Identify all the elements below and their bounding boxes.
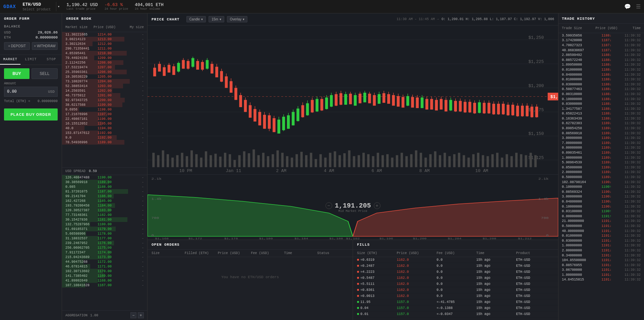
order-book-bid-row[interactable]: 61.69185371 1179.00 -: [62, 227, 147, 231]
order-book-ask-row[interactable]: 25.35903361 1206.00 -: [62, 70, 147, 74]
order-book-bid-row[interactable]: 193.79200458 1184.00 -: [62, 203, 147, 208]
order-book-ask-row[interactable]: 11.30221665 1214.00 -: [62, 32, 147, 37]
order-book-bid-row[interactable]: 31.18832537 1177.00 -: [62, 236, 147, 241]
order-book-bid-row[interactable]: 7.91172347 1174.00 -: [62, 250, 147, 255]
order-book-ask-row[interactable]: 0.6956 1198.00 -: [62, 107, 147, 112]
order-book-ask-row[interactable]: 153.87147612 1192.00 -: [62, 131, 147, 135]
withdraw-button[interactable]: + WITHDRAW: [32, 42, 58, 50]
fill-price: 1162.0: [397, 294, 435, 298]
place-order-button[interactable]: PLACE BUY ORDER: [4, 108, 58, 121]
deposit-button[interactable]: + DEPOSIT: [4, 42, 30, 50]
order-book-ask-row[interactable]: 22.49867161 1196.00 -: [62, 116, 147, 121]
trade-price: 1187↓: [593, 49, 620, 52]
order-book-ask-row[interactable]: 290.71358441 1211.00 -: [62, 46, 147, 51]
order-book-ask-row[interactable]: 52.38853414 1203.00 -: [62, 84, 147, 88]
order-book-bid-row[interactable]: 81.37201075 1187.00 -: [62, 189, 147, 194]
order-book-bid-row[interactable]: 77.73148361 1182.00 -: [62, 213, 147, 217]
total-label: Total (ETH) ≈: [4, 99, 30, 103]
order-book-bid-row[interactable]: 141.7385402 1169.00 -: [62, 273, 147, 278]
amount-input[interactable]: [7, 89, 34, 94]
zoom-in-icon[interactable]: +: [374, 202, 380, 209]
order-book-bid-row[interactable]: 162.427268 1185.00 -: [62, 198, 147, 203]
order-book-bid-row[interactable]: 107.10841628 1167.00 -: [62, 283, 147, 288]
order-book-bid-row[interactable]: 215.04243689 1173.00 -: [62, 255, 147, 259]
total-row: Total (ETH) ≈ 0.00000000: [0, 97, 62, 106]
pair-selector[interactable]: ETH/USD Select product ▾: [23, 2, 60, 11]
overlay-button[interactable]: Overlay ▾: [227, 16, 247, 22]
order-book-ask-row[interactable]: 19.30530229 1205.00 -: [62, 74, 147, 79]
order-book-bid-row[interactable]: 239.2467952 1176.00 -: [62, 241, 147, 245]
order-book-bid-row[interactable]: 5.66598906 1178.00 -: [62, 231, 147, 236]
candle-type-button[interactable]: Candle ▾: [186, 16, 206, 22]
order-book-ask-row[interactable]: 3.30212634 1212.00 -: [62, 42, 147, 46]
fill-time: 15h ago: [476, 258, 515, 262]
buy-button[interactable]: BUY: [4, 68, 30, 79]
order-book-bid-row[interactable]: 256.06062705 1175.00 -: [62, 245, 147, 250]
order-book-bid-row[interactable]: 99.2141704 1186.00 -: [62, 194, 147, 198]
order-book-ask-row[interactable]: 73.10820774 1204.00 -: [62, 79, 147, 84]
order-book-ask-row[interactable]: 46.7375912 1201.00 -: [62, 93, 147, 98]
order-book-bid-row[interactable]: 41.89802649 1168.00 -: [62, 278, 147, 283]
order-book-bid-row[interactable]: 120.30527387 1183.00 -: [62, 208, 147, 213]
fill-size: 0.04: [357, 306, 395, 310]
order-book-ask-row[interactable]: 9.0 1192.00 -: [62, 135, 147, 140]
interval-button[interactable]: 15m ▾: [209, 16, 224, 22]
ask-price: 1211.00: [92, 47, 118, 51]
svg-rect-252: [521, 106, 524, 116]
agg-decrease-button[interactable]: −: [130, 312, 136, 318]
order-book-bid-row[interactable]: 0.085 1188.00 -: [62, 184, 147, 189]
order-book-bid-row[interactable]: 46.67814815 1171.00 -: [62, 264, 147, 269]
trade-history-row: 0.00310000 1188↓ 11:39:32: [559, 92, 644, 97]
order-book-bid-row[interactable]: 126.40847488 1190.00 -: [62, 175, 147, 180]
order-book-bid-row[interactable]: 30.38569918 1189.00 -: [62, 180, 147, 184]
tab-market[interactable]: MARKET: [0, 55, 20, 65]
svg-rect-108: [177, 63, 180, 72]
trade-history-row: 0.01000000 1191↓ 11:39:32: [559, 233, 644, 238]
volume-24h: 404,001 ETH: [135, 2, 164, 7]
order-book-ask-row[interactable]: 40.0 1194.00 -: [62, 126, 147, 131]
trade-price: 1188↓: [593, 92, 620, 96]
svg-rect-222: [449, 100, 452, 111]
trade-size: 3.59935056: [562, 34, 593, 37]
order-book-ask-row[interactable]: 17.53219474 1207.00 -: [62, 65, 147, 70]
order-book-ask-row[interactable]: 38.6217588 1199.00 -: [62, 102, 147, 107]
trade-price: 1191↓: [593, 239, 620, 243]
svg-rect-24: [190, 150, 193, 167]
tab-limit[interactable]: LIMIT: [20, 55, 41, 65]
order-book-ask-row[interactable]: 92.97343725 1200.00 -: [62, 98, 147, 102]
order-book-ask-row[interactable]: 16.15512052 1195.00 -: [62, 121, 147, 126]
order-book-bid-row[interactable]: 30.15427836 1181.00 -: [62, 217, 147, 222]
order-book-ask-row[interactable]: 2.11242256 1208.00 -: [62, 60, 147, 65]
agg-increase-button[interactable]: +: [138, 312, 144, 318]
trade-time: 11:39:32: [620, 219, 641, 223]
sell-button[interactable]: SELL: [32, 68, 58, 79]
trade-time: 11:39:32: [620, 268, 641, 272]
trade-size: 1.00000000: [562, 156, 593, 160]
fill-price: 1162.0: [397, 276, 435, 280]
trade-price: 1189↓: [593, 161, 620, 164]
svg-rect-120: [206, 60, 209, 69]
trade-time: 11:39:32: [620, 180, 641, 184]
f-col-product: Product: [516, 251, 554, 255]
order-book-bid-row[interactable]: 102.30713602 1170.00 -: [62, 269, 147, 273]
tab-stop[interactable]: STOP: [41, 55, 62, 65]
order-book-bid-row[interactable]: 44.90475268 1172.00 -: [62, 259, 147, 264]
ask-mysize: -: [118, 75, 144, 79]
trade-time: 11:39:32: [620, 53, 641, 57]
menu-icon[interactable]: ☰: [636, 3, 641, 10]
order-book-ask-row[interactable]: 79.44924156 1209.00 -: [62, 56, 147, 60]
svg-rect-238: [487, 103, 490, 113]
order-book-ask-row[interactable]: 4.85395441 1210.00 -: [62, 51, 147, 56]
trade-time: 11:39:32: [620, 170, 641, 174]
order-book-bid-row[interactable]: 132.75287966 1180.00 -: [62, 222, 147, 227]
order-book-ask-row[interactable]: 3.08214123 1213.00 -: [62, 37, 147, 42]
trade-size: 0.01000000: [562, 68, 593, 72]
svg-rect-116: [196, 61, 199, 70]
fills-row: 0.04 1157.0 ≈-0.1388 15h ago ETH-USD: [353, 305, 558, 311]
chat-icon[interactable]: 💬: [624, 3, 631, 10]
order-book-ask-row[interactable]: 17.21676996 1197.00 -: [62, 112, 147, 116]
trade-history-row: 0.65822413 1188↓ 11:39:32: [559, 111, 644, 116]
zoom-out-icon[interactable]: −: [325, 202, 332, 209]
order-book-ask-row[interactable]: 78.54936996 1189.00 -: [62, 140, 147, 145]
order-book-ask-row[interactable]: 14.2503591 1202.00 -: [62, 88, 147, 93]
